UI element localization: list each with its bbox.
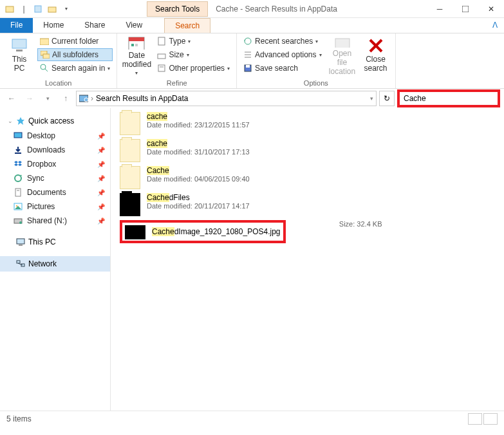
current-folder-option[interactable]: Current folder xyxy=(37,35,113,48)
properties-icon[interactable] xyxy=(32,3,44,15)
address-bar[interactable]: › Search Results in AppData ▾ xyxy=(76,91,377,106)
item-icon xyxy=(13,159,23,169)
search-again-option[interactable]: Search again in ▾ xyxy=(37,62,113,75)
qat-separator: | xyxy=(18,3,30,15)
svg-rect-8 xyxy=(43,54,50,59)
sidebar-item-label: Sync xyxy=(27,174,44,183)
this-pc-header[interactable]: ⌄ This PC xyxy=(0,234,110,250)
sidebar-item-sync[interactable]: Sync📌 xyxy=(0,171,110,185)
svg-rect-2 xyxy=(48,7,56,12)
ribbon-collapse-icon[interactable]: ᐱ xyxy=(486,18,504,33)
sidebar-item-documents[interactable]: Documents📌 xyxy=(0,185,110,199)
new-folder-icon[interactable] xyxy=(46,3,58,15)
item-name: cache xyxy=(147,139,495,148)
tab-home[interactable]: Home xyxy=(33,18,74,33)
sidebar-item-label: Shared (N:) xyxy=(27,216,67,225)
sidebar-item-label: Desktop xyxy=(27,131,55,140)
item-icon xyxy=(13,216,23,226)
type-filter[interactable]: Type▾ xyxy=(154,35,232,48)
svg-rect-3 xyxy=(462,6,469,12)
computer-icon xyxy=(10,38,28,53)
save-search-option[interactable]: Save search xyxy=(241,62,324,75)
tab-file[interactable]: File xyxy=(0,18,33,33)
recent-locations-button[interactable]: ▾ xyxy=(40,91,55,106)
close-icon xyxy=(368,38,384,53)
size-icon xyxy=(157,50,166,59)
svg-rect-46 xyxy=(19,245,23,246)
search-results-icon xyxy=(79,94,88,103)
item-count: 5 items xyxy=(6,414,32,423)
advanced-options[interactable]: Advanced options▾ xyxy=(241,48,324,61)
svg-rect-1 xyxy=(35,6,41,12)
contextual-tab-label: Search Tools xyxy=(147,1,208,17)
item-meta: Date modified: 04/06/2015 09:40 xyxy=(147,175,495,183)
minimize-button[interactable]: ─ xyxy=(427,0,453,18)
item-meta: Date modified: 31/10/2017 17:13 xyxy=(147,148,495,156)
sidebar-item-shared-n-[interactable]: Shared (N:)📌 xyxy=(0,214,110,228)
item-size: Size: 32.4 KB xyxy=(292,220,382,228)
back-button[interactable]: ← xyxy=(4,91,19,106)
recent-searches-option[interactable]: Recent searches▾ xyxy=(241,35,324,48)
ribbon-tabs: File Home Share View Search ᐱ xyxy=(0,18,504,33)
results-list: cacheDate modified: 23/12/2015 11:57cach… xyxy=(111,108,504,411)
search-icon xyxy=(40,64,49,73)
item-icon xyxy=(13,201,23,212)
folder-open-icon xyxy=(333,35,351,48)
svg-rect-31 xyxy=(14,133,22,138)
result-item[interactable]: CachedFilesDate modified: 20/11/2017 14:… xyxy=(120,193,495,216)
subfolders-icon xyxy=(41,50,50,59)
all-subfolders-option[interactable]: All subfolders xyxy=(37,48,113,61)
close-search-button[interactable]: Close search xyxy=(360,35,391,76)
svg-rect-38 xyxy=(15,189,21,196)
result-item[interactable]: cacheDate modified: 31/10/2017 17:13 xyxy=(120,139,495,162)
highlighted-result: CachedImage_1920_1080_POS4.jpg xyxy=(120,220,286,243)
search-input[interactable]: Cache xyxy=(397,89,500,107)
type-icon xyxy=(157,37,166,46)
size-filter[interactable]: Size▾ xyxy=(154,48,232,61)
item-name: CachedFiles xyxy=(147,193,495,202)
network-header[interactable]: ⌄ Network xyxy=(0,256,110,272)
pin-icon: 📌 xyxy=(97,189,105,196)
save-icon xyxy=(243,64,252,73)
sidebar-item-pictures[interactable]: Pictures📌 xyxy=(0,199,110,214)
sidebar-item-desktop[interactable]: Desktop📌 xyxy=(0,129,110,143)
quick-access-header[interactable]: ⌄ Quick access xyxy=(0,113,110,129)
result-item[interactable]: cacheDate modified: 23/12/2015 11:57 xyxy=(120,112,495,135)
forward-button[interactable]: → xyxy=(22,91,37,106)
tab-share[interactable]: Share xyxy=(74,18,115,33)
sidebar-item-label: Pictures xyxy=(27,202,55,211)
refresh-button[interactable]: ↻ xyxy=(379,91,395,106)
svg-rect-45 xyxy=(17,239,24,244)
pin-icon: 📌 xyxy=(97,133,105,140)
svg-rect-13 xyxy=(131,44,134,46)
sidebar-item-downloads[interactable]: Downloads📌 xyxy=(0,143,110,157)
tab-view[interactable]: View xyxy=(115,18,153,33)
svg-rect-6 xyxy=(40,39,49,45)
item-icon xyxy=(13,145,23,155)
item-meta: Date modified: 20/11/2017 14:17 xyxy=(147,202,495,210)
this-pc-button[interactable]: This PC xyxy=(4,35,35,76)
breadcrumb[interactable]: Search Results in AppData xyxy=(96,94,188,103)
qat-dropdown-icon[interactable]: ▾ xyxy=(61,3,72,15)
chevron-down-icon: ⌄ xyxy=(8,118,13,124)
title-bar: | ▾ Search Tools Cache - Search Results … xyxy=(0,0,504,18)
result-item[interactable]: CacheDate modified: 04/06/2015 09:40 xyxy=(120,166,495,189)
folder-icon xyxy=(40,37,49,46)
svg-rect-24 xyxy=(246,65,250,68)
other-properties-filter[interactable]: Other properties▾ xyxy=(154,62,232,75)
tab-search[interactable]: Search xyxy=(164,18,210,33)
details-view-button[interactable] xyxy=(468,413,482,425)
date-modified-button[interactable]: Date modified▾ xyxy=(121,35,152,76)
chevron-down-icon[interactable]: ▾ xyxy=(370,95,373,102)
close-button[interactable]: ✕ xyxy=(478,0,504,18)
result-item[interactable]: CachedImage_1920_1080_POS4.jpgSize: 32.4… xyxy=(120,220,495,243)
computer-icon xyxy=(15,237,26,247)
thumbnails-view-button[interactable] xyxy=(483,413,498,425)
folder-icon xyxy=(120,193,140,216)
open-file-location-button: Open file location xyxy=(327,35,358,76)
pin-icon: 📌 xyxy=(97,147,105,154)
folder-icon xyxy=(120,139,140,162)
maximize-button[interactable] xyxy=(453,0,478,18)
sidebar-item-dropbox[interactable]: Dropbox📌 xyxy=(0,157,110,171)
up-button[interactable]: ↑ xyxy=(58,91,73,106)
